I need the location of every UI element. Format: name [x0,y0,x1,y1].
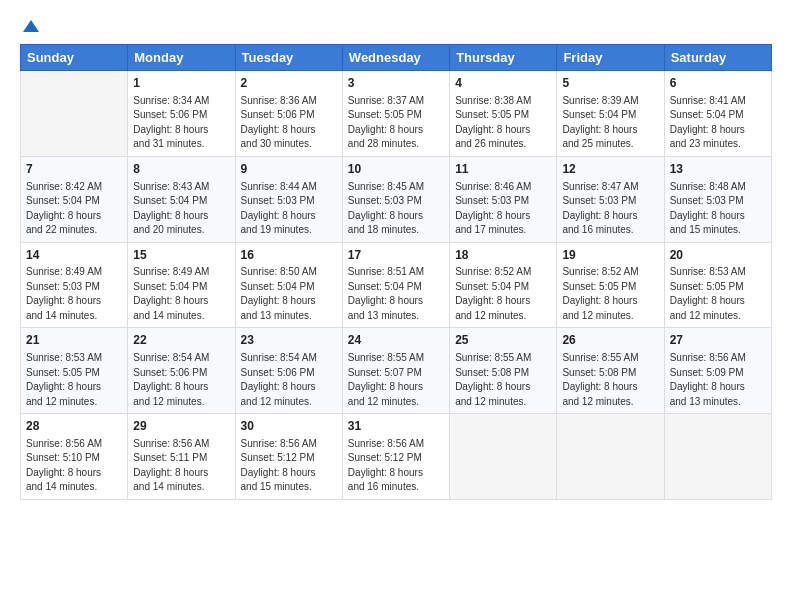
day-info: Sunrise: 8:53 AM Sunset: 5:05 PM Dayligh… [26,351,122,409]
column-header-saturday: Saturday [664,45,771,71]
column-header-monday: Monday [128,45,235,71]
day-info: Sunrise: 8:51 AM Sunset: 5:04 PM Dayligh… [348,265,444,323]
day-number: 22 [133,332,229,349]
day-info: Sunrise: 8:39 AM Sunset: 5:04 PM Dayligh… [562,94,658,152]
day-info: Sunrise: 8:46 AM Sunset: 5:03 PM Dayligh… [455,180,551,238]
day-number: 5 [562,75,658,92]
calendar-cell: 11Sunrise: 8:46 AM Sunset: 5:03 PM Dayli… [450,156,557,242]
day-number: 29 [133,418,229,435]
calendar-cell: 29Sunrise: 8:56 AM Sunset: 5:11 PM Dayli… [128,414,235,500]
logo-icon [21,18,41,38]
day-number: 8 [133,161,229,178]
calendar-cell: 6Sunrise: 8:41 AM Sunset: 5:04 PM Daylig… [664,71,771,157]
day-info: Sunrise: 8:36 AM Sunset: 5:06 PM Dayligh… [241,94,337,152]
calendar-cell: 16Sunrise: 8:50 AM Sunset: 5:04 PM Dayli… [235,242,342,328]
logo [20,18,42,34]
column-header-wednesday: Wednesday [342,45,449,71]
day-info: Sunrise: 8:56 AM Sunset: 5:11 PM Dayligh… [133,437,229,495]
day-number: 14 [26,247,122,264]
calendar-cell [557,414,664,500]
day-info: Sunrise: 8:37 AM Sunset: 5:05 PM Dayligh… [348,94,444,152]
calendar-cell [21,71,128,157]
day-info: Sunrise: 8:34 AM Sunset: 5:06 PM Dayligh… [133,94,229,152]
calendar-cell: 23Sunrise: 8:54 AM Sunset: 5:06 PM Dayli… [235,328,342,414]
page: SundayMondayTuesdayWednesdayThursdayFrid… [0,0,792,612]
day-info: Sunrise: 8:49 AM Sunset: 5:04 PM Dayligh… [133,265,229,323]
day-number: 16 [241,247,337,264]
day-info: Sunrise: 8:56 AM Sunset: 5:10 PM Dayligh… [26,437,122,495]
week-row-1: 1Sunrise: 8:34 AM Sunset: 5:06 PM Daylig… [21,71,772,157]
day-info: Sunrise: 8:56 AM Sunset: 5:12 PM Dayligh… [241,437,337,495]
column-header-thursday: Thursday [450,45,557,71]
day-info: Sunrise: 8:54 AM Sunset: 5:06 PM Dayligh… [133,351,229,409]
day-number: 17 [348,247,444,264]
calendar-cell [450,414,557,500]
day-number: 25 [455,332,551,349]
logo-text [20,18,42,38]
calendar-cell: 2Sunrise: 8:36 AM Sunset: 5:06 PM Daylig… [235,71,342,157]
day-number: 4 [455,75,551,92]
week-row-4: 21Sunrise: 8:53 AM Sunset: 5:05 PM Dayli… [21,328,772,414]
day-info: Sunrise: 8:48 AM Sunset: 5:03 PM Dayligh… [670,180,766,238]
day-info: Sunrise: 8:55 AM Sunset: 5:07 PM Dayligh… [348,351,444,409]
calendar-cell: 5Sunrise: 8:39 AM Sunset: 5:04 PM Daylig… [557,71,664,157]
calendar-cell: 20Sunrise: 8:53 AM Sunset: 5:05 PM Dayli… [664,242,771,328]
day-number: 12 [562,161,658,178]
calendar-cell: 15Sunrise: 8:49 AM Sunset: 5:04 PM Dayli… [128,242,235,328]
day-info: Sunrise: 8:52 AM Sunset: 5:04 PM Dayligh… [455,265,551,323]
calendar-cell: 24Sunrise: 8:55 AM Sunset: 5:07 PM Dayli… [342,328,449,414]
day-number: 26 [562,332,658,349]
calendar-table: SundayMondayTuesdayWednesdayThursdayFrid… [20,44,772,500]
svg-marker-0 [23,20,39,32]
calendar-cell: 27Sunrise: 8:56 AM Sunset: 5:09 PM Dayli… [664,328,771,414]
day-info: Sunrise: 8:53 AM Sunset: 5:05 PM Dayligh… [670,265,766,323]
day-number: 19 [562,247,658,264]
day-info: Sunrise: 8:43 AM Sunset: 5:04 PM Dayligh… [133,180,229,238]
calendar-cell: 18Sunrise: 8:52 AM Sunset: 5:04 PM Dayli… [450,242,557,328]
calendar-cell: 7Sunrise: 8:42 AM Sunset: 5:04 PM Daylig… [21,156,128,242]
calendar-cell: 8Sunrise: 8:43 AM Sunset: 5:04 PM Daylig… [128,156,235,242]
day-number: 10 [348,161,444,178]
calendar-cell: 31Sunrise: 8:56 AM Sunset: 5:12 PM Dayli… [342,414,449,500]
day-number: 31 [348,418,444,435]
column-header-sunday: Sunday [21,45,128,71]
day-info: Sunrise: 8:42 AM Sunset: 5:04 PM Dayligh… [26,180,122,238]
day-number: 28 [26,418,122,435]
calendar-cell: 26Sunrise: 8:55 AM Sunset: 5:08 PM Dayli… [557,328,664,414]
day-number: 20 [670,247,766,264]
calendar-cell [664,414,771,500]
header [20,18,772,34]
calendar-cell: 4Sunrise: 8:38 AM Sunset: 5:05 PM Daylig… [450,71,557,157]
day-number: 21 [26,332,122,349]
day-info: Sunrise: 8:55 AM Sunset: 5:08 PM Dayligh… [562,351,658,409]
calendar-header-row: SundayMondayTuesdayWednesdayThursdayFrid… [21,45,772,71]
day-info: Sunrise: 8:47 AM Sunset: 5:03 PM Dayligh… [562,180,658,238]
day-number: 27 [670,332,766,349]
calendar-cell: 22Sunrise: 8:54 AM Sunset: 5:06 PM Dayli… [128,328,235,414]
day-number: 23 [241,332,337,349]
calendar-cell: 14Sunrise: 8:49 AM Sunset: 5:03 PM Dayli… [21,242,128,328]
day-number: 11 [455,161,551,178]
day-info: Sunrise: 8:55 AM Sunset: 5:08 PM Dayligh… [455,351,551,409]
day-info: Sunrise: 8:45 AM Sunset: 5:03 PM Dayligh… [348,180,444,238]
day-info: Sunrise: 8:49 AM Sunset: 5:03 PM Dayligh… [26,265,122,323]
calendar-cell: 1Sunrise: 8:34 AM Sunset: 5:06 PM Daylig… [128,71,235,157]
calendar-cell: 25Sunrise: 8:55 AM Sunset: 5:08 PM Dayli… [450,328,557,414]
column-header-friday: Friday [557,45,664,71]
week-row-3: 14Sunrise: 8:49 AM Sunset: 5:03 PM Dayli… [21,242,772,328]
day-number: 15 [133,247,229,264]
day-info: Sunrise: 8:41 AM Sunset: 5:04 PM Dayligh… [670,94,766,152]
day-info: Sunrise: 8:50 AM Sunset: 5:04 PM Dayligh… [241,265,337,323]
calendar-cell: 10Sunrise: 8:45 AM Sunset: 5:03 PM Dayli… [342,156,449,242]
day-number: 24 [348,332,444,349]
day-info: Sunrise: 8:52 AM Sunset: 5:05 PM Dayligh… [562,265,658,323]
calendar-cell: 9Sunrise: 8:44 AM Sunset: 5:03 PM Daylig… [235,156,342,242]
day-number: 6 [670,75,766,92]
calendar-cell: 13Sunrise: 8:48 AM Sunset: 5:03 PM Dayli… [664,156,771,242]
day-info: Sunrise: 8:38 AM Sunset: 5:05 PM Dayligh… [455,94,551,152]
calendar-cell: 30Sunrise: 8:56 AM Sunset: 5:12 PM Dayli… [235,414,342,500]
day-number: 30 [241,418,337,435]
day-number: 3 [348,75,444,92]
calendar-cell: 19Sunrise: 8:52 AM Sunset: 5:05 PM Dayli… [557,242,664,328]
calendar-cell: 17Sunrise: 8:51 AM Sunset: 5:04 PM Dayli… [342,242,449,328]
